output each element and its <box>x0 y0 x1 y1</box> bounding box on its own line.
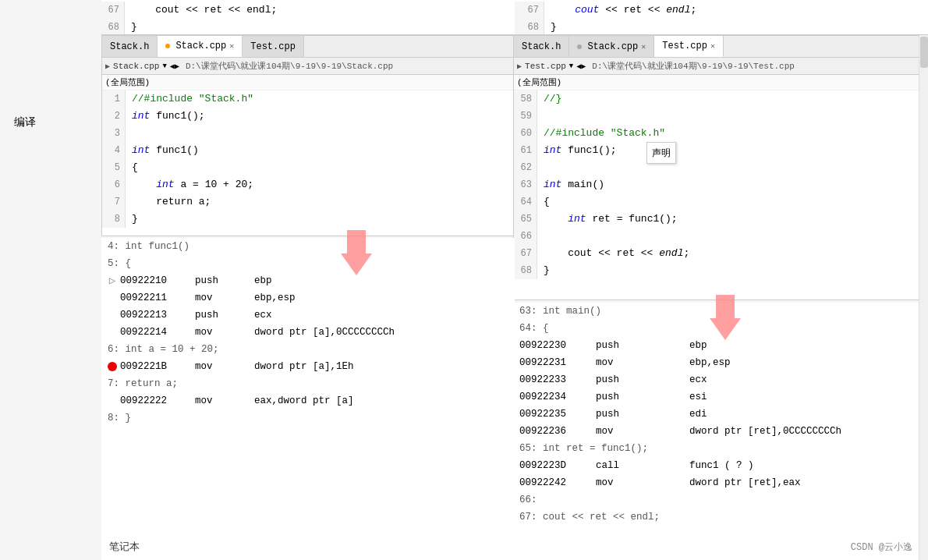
code-area: 1 2 3 4 5 6 7 8 //#include "Stack.h" int… <box>102 90 514 228</box>
section-header-r3: 65: int ret = func1(); <box>513 440 928 457</box>
tab-stack-h-right[interactable]: Stack.h <box>514 36 569 57</box>
nav-arrow[interactable]: ▶ <box>105 62 110 71</box>
disasm-line-r: 00922231 mov ebp,esp <box>513 354 928 371</box>
scrollbar-thumb[interactable] <box>920 37 928 68</box>
dropdown-arrow[interactable]: ▼ <box>569 62 573 70</box>
partial-line-nums-left: 67 68 <box>101 2 125 35</box>
disasm-line-r: 00922242 mov dword ptr [ret],eax <box>513 474 928 491</box>
disasm-addr: 00922234 <box>519 388 590 406</box>
left-top-partial: 67 68 cout << ret << endl; } <box>101 0 515 35</box>
tab-label: Stack.h <box>110 41 149 52</box>
right-scrollbar[interactable] <box>919 35 928 560</box>
disasm-addr: 00922214 <box>120 324 182 341</box>
file-path: Stack.cpp <box>113 62 159 71</box>
disasm-addr: 00922242 <box>519 474 590 491</box>
right-code-editor: Stack.h Stack.cpp ✕ Test.cpp ✕ ▶ Test.cp… <box>513 35 928 300</box>
arrow-head <box>710 318 741 340</box>
nav-arrow[interactable]: ▶ <box>517 62 522 71</box>
sidebar-label: 编译 <box>14 115 36 129</box>
disasm-instr: mov <box>195 324 242 341</box>
arrow-head <box>341 253 372 275</box>
section-header-4: 7: return a; <box>101 375 515 392</box>
disasm-line: 00922213 push ecx <box>101 307 515 324</box>
disasm-addr: 00922235 <box>519 406 590 423</box>
disasm-addr: 00922231 <box>519 354 590 371</box>
code-content[interactable]: //#include "Stack.h" int func1(); int fu… <box>126 90 260 228</box>
disasm-operand: ebp,esp <box>689 354 731 371</box>
tab-stack-h[interactable]: Stack.h <box>102 36 158 57</box>
section-header-2: 5: { <box>101 255 515 272</box>
current-line-arrow: ▷ <box>108 276 117 285</box>
disasm-operand: func1 ( ? ) <box>689 457 754 474</box>
tab-label: Stack.h <box>522 41 561 52</box>
disasm-instr: mov <box>195 289 242 307</box>
disasm-line-r: 00922234 push esi <box>513 388 928 406</box>
tab-stack-cpp[interactable]: Stack.cpp ✕ <box>158 36 243 57</box>
disasm-right-panel: 63: int main() 64: { 00922230 push ebp 0… <box>513 303 928 560</box>
tab-close[interactable]: ✕ <box>710 41 715 51</box>
right-editor-tabs: Stack.h Stack.cpp ✕ Test.cpp ✕ <box>514 36 927 58</box>
partial-code-area-left: 67 68 cout << ret << endl; } <box>101 0 515 35</box>
nav-arrows-lr: ◀▶ <box>576 62 586 71</box>
disasm-operand: ebp <box>689 337 707 354</box>
disasm-instr: mov <box>596 474 643 491</box>
arrow-shaft <box>716 295 735 318</box>
section-header-1: 4: int func1() <box>101 238 515 255</box>
disasm-addr: 00922230 <box>519 337 590 354</box>
disasm-operand: eax,dword ptr [a] <box>254 392 354 409</box>
section-header-r5: 67: cout << ret << endl; <box>513 509 928 526</box>
disasm-line: 00922211 mov ebp,esp <box>101 289 515 307</box>
right-editor-toolbar: ▶ Test.cpp ▼ ◀▶ D:\课堂代码\就业课104期\9-19\9-1… <box>514 58 927 75</box>
tab-close[interactable]: ✕ <box>641 42 646 51</box>
active-indicator <box>165 44 170 48</box>
code-content-right[interactable]: //} //#include "Stack.h" int func1(); in… <box>537 90 927 279</box>
disasm-line-r: 00922235 push edi <box>513 406 928 423</box>
watermark: CSDN @云小逸 <box>851 541 912 554</box>
indicator <box>577 44 582 49</box>
disasm-instr: push <box>195 307 242 324</box>
disasm-line-r: 00922233 push ecx <box>513 371 928 388</box>
disasm-operand: dword ptr [ret],eax <box>689 474 801 491</box>
line-numbers-right: 58 59 60 61 62 63 64 65 66 67 68 <box>514 90 537 279</box>
tab-label: Stack.cpp <box>175 41 226 51</box>
partial-code-area: 67 68 cout << ret << endl; } <box>513 0 928 35</box>
disasm-operand: ecx <box>254 307 272 324</box>
disasm-line: ▷ 00922210 push ebp <box>101 272 515 289</box>
disasm-operand: dword ptr [ret],0CCCCCCCCh <box>689 423 841 440</box>
disasm-instr: push <box>596 337 643 354</box>
disasm-operand: edi <box>689 406 707 423</box>
section-header-5: 8: } <box>101 409 515 427</box>
dropdown-arrow[interactable]: ▼ <box>162 62 166 70</box>
code-area-right: 58 59 60 61 62 63 64 65 66 67 68 //} //#… <box>514 90 927 279</box>
line-numbers: 1 2 3 4 5 6 7 8 <box>102 90 126 228</box>
tab-close[interactable]: ✕ <box>229 41 234 51</box>
section-header-r4: 66: <box>513 491 928 509</box>
disasm-operand: dword ptr [a],1Eh <box>254 358 354 375</box>
tab-test-cpp-right[interactable]: Test.cpp ✕ <box>654 36 724 57</box>
section-header-3: 6: int a = 10 + 20; <box>101 341 515 358</box>
scope-bar: (全局范围) <box>102 75 514 90</box>
disasm-operand: ebp <box>254 272 272 289</box>
disasm-line-r: 00922236 mov dword ptr [ret],0CCCCCCCCh <box>513 423 928 440</box>
disasm-line-r: 0092223D call func1 ( ? ) <box>513 457 928 474</box>
tab-test-cpp[interactable]: Test.cpp <box>243 36 304 57</box>
disasm-addr: 00922233 <box>519 371 590 388</box>
disasm-addr: 0092223D <box>519 457 590 474</box>
arrow-shape <box>710 295 741 340</box>
scope-bar-right: (全局范围) <box>514 75 927 90</box>
disasm-addr: 0092221B <box>120 358 182 375</box>
tab-label: Test.cpp <box>250 41 296 52</box>
arrow-shape <box>341 230 372 275</box>
disasm-line: 00922214 mov dword ptr [a],0CCCCCCCCh <box>101 324 515 341</box>
arrow-shaft <box>347 230 366 253</box>
disasm-line: 00922222 mov eax,dword ptr [a] <box>101 392 515 409</box>
file-path: Test.cpp <box>525 62 566 71</box>
disasm-instr: mov <box>596 423 643 440</box>
full-path: D:\课堂代码\就业课104期\9-19\9-19\Test.cpp <box>592 60 795 72</box>
disasm-line-bp: 0092221B mov dword ptr [a],1Eh <box>101 358 515 375</box>
disasm-instr: mov <box>596 354 643 371</box>
disasm-addr: 00922210 <box>120 272 182 289</box>
tab-stack-cpp-right[interactable]: Stack.cpp ✕ <box>569 36 654 57</box>
tab-label: Stack.cpp <box>587 41 638 52</box>
declaration-annotation: 声明 <box>646 142 676 164</box>
